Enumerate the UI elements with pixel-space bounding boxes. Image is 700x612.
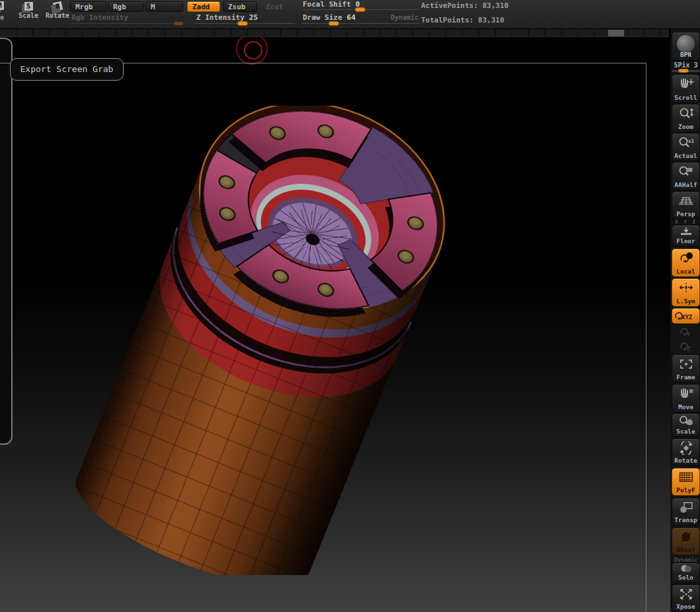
actual-button[interactable]: x1 Actual	[672, 133, 700, 161]
scale-button[interactable]: Scale	[672, 413, 700, 437]
rotate-button[interactable]: Rotate	[672, 438, 700, 466]
rotate-z-button[interactable]: Z	[672, 340, 700, 353]
rgb-intensity-label: Rgb Intensity	[71, 13, 128, 22]
top-shelf: M e S Scale R Rotate Mrgb Rgb M Zadd Zsu…	[0, 0, 700, 29]
magnifier-aahalf-icon	[678, 165, 694, 178]
focal-shift-label: Focal Shift0	[303, 0, 360, 9]
spix-label: SPix 3	[672, 61, 700, 69]
timeline-strip[interactable]	[0, 28, 669, 37]
xyz-button[interactable]: XYZ	[672, 308, 700, 324]
clipped-move-button[interactable]: M e	[0, 1, 9, 24]
local-pivot-icon	[678, 252, 694, 265]
total-points-stat: TotalPoints: 83,310	[421, 16, 504, 24]
active-points-stat: ActivePoints: 83,310	[421, 1, 508, 10]
polyf-button[interactable]: PolyF	[672, 468, 700, 496]
hand-scroll-icon	[678, 77, 694, 91]
svg-text:x1: x1	[688, 138, 694, 144]
scroll-button[interactable]: Scroll	[672, 74, 700, 103]
rotate-xyz-icon: XYZ	[674, 310, 699, 322]
rotate-tool-button[interactable]: R Rotate	[41, 2, 74, 19]
rgb-button[interactable]: Rgb	[108, 1, 144, 12]
polyframe-grid-icon	[678, 471, 694, 484]
solo-button[interactable]: Solo	[672, 562, 700, 583]
zadd-button[interactable]: Zadd	[187, 1, 220, 12]
magnifier-zoom-icon	[678, 107, 694, 120]
z-intensity-label: Z Intensity25	[196, 13, 258, 22]
rotate-tool-icon: R	[52, 1, 62, 11]
zcut-button[interactable]: Zcut	[260, 1, 292, 12]
floor-icon	[678, 227, 694, 237]
rotate-arrows-icon	[678, 441, 694, 455]
frame-icon	[678, 358, 694, 371]
magnifier-actual-icon: x1	[678, 136, 694, 149]
transp-button[interactable]: Transp	[672, 498, 700, 525]
zsub-button[interactable]: Zsub	[223, 1, 257, 12]
viewport-3d-model[interactable]	[53, 106, 449, 575]
spix-slider-handle[interactable]	[678, 69, 689, 73]
scale-tool-button[interactable]: S Scale	[12, 2, 45, 19]
focal-shift-slider-handle[interactable]	[355, 7, 366, 12]
svg-text:Z: Z	[687, 346, 690, 352]
dynamic-mode-label[interactable]: Dynamic	[391, 14, 418, 21]
frame-button[interactable]: Frame	[672, 354, 700, 383]
xpose-arrows-icon	[678, 588, 694, 601]
bpr-button[interactable]: BPR	[672, 32, 700, 61]
z-intensity-slider-handle[interactable]	[237, 21, 248, 26]
rgb-intensity-track	[70, 23, 185, 24]
left-tray-edge[interactable]	[0, 38, 13, 445]
svg-text:XYZ: XYZ	[681, 314, 693, 321]
hand-move-icon	[678, 387, 694, 401]
draw-size-label: Draw Size64	[303, 13, 356, 22]
persp-button[interactable]: Persp	[672, 191, 700, 219]
move-button[interactable]: Move	[672, 384, 700, 412]
local-button[interactable]: Local	[672, 249, 700, 277]
draw-size-track	[301, 23, 419, 24]
move-tool-icon: M	[0, 1, 4, 10]
ghost-icon	[678, 531, 694, 544]
document-workspace[interactable]: Export Screen Grab	[0, 37, 700, 612]
perspective-grid-icon	[678, 194, 694, 208]
ghost-button[interactable]: Ghost	[672, 527, 700, 555]
rotate-y-icon: Y	[678, 325, 695, 338]
document-right-border	[646, 63, 646, 612]
export-screen-grab-button[interactable]: Export Screen Grab	[10, 58, 124, 81]
aahalf-button[interactable]: AAHalf	[672, 162, 700, 190]
mrgb-button[interactable]: Mrgb	[70, 1, 106, 12]
solo-spheres-icon	[678, 564, 694, 574]
scale-tool-icon: S	[24, 2, 33, 11]
floor-button[interactable]: Floor	[672, 225, 700, 247]
local-symmetry-icon	[678, 282, 694, 295]
zoom-button[interactable]: Zoom	[672, 104, 700, 132]
floor-axis-label[interactable]: X Y Z	[672, 219, 700, 225]
zbrush-window: M e S Scale R Rotate Mrgb Rgb M Zadd Zsu…	[0, 0, 700, 612]
transparency-icon	[678, 501, 694, 514]
draw-size-slider-handle[interactable]	[329, 21, 339, 26]
rotate-y-button[interactable]: Y	[672, 325, 700, 338]
xpose-button[interactable]: Xpose	[672, 584, 700, 612]
rgb-intensity-slider-handle[interactable]	[173, 21, 184, 26]
magnifier-scale-icon	[678, 415, 694, 427]
timeline-scrubber-handle[interactable]	[608, 30, 624, 36]
bpr-sphere-icon	[677, 35, 695, 53]
draw-cursor-inner	[244, 41, 262, 59]
rotate-z-icon: Z	[678, 340, 695, 353]
svg-text:Y: Y	[687, 332, 690, 338]
lsym-button[interactable]: L.Sym	[672, 278, 700, 307]
m-button[interactable]: M	[145, 1, 183, 12]
